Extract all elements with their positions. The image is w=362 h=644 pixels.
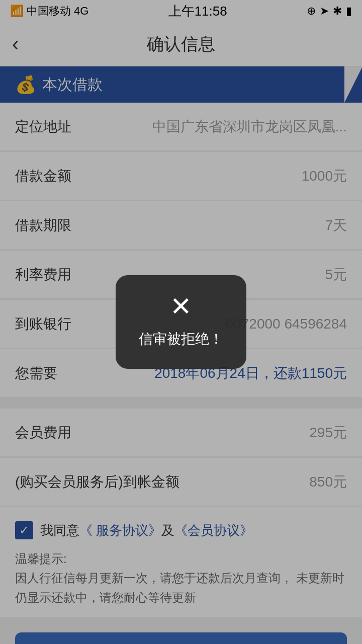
modal-box: ✕ 信审被拒绝！ (116, 275, 246, 369)
modal-overlay[interactable]: ✕ 信审被拒绝！ (0, 0, 362, 644)
modal-message: 信审被拒绝！ (139, 330, 223, 349)
modal-close-icon[interactable]: ✕ (170, 293, 192, 319)
